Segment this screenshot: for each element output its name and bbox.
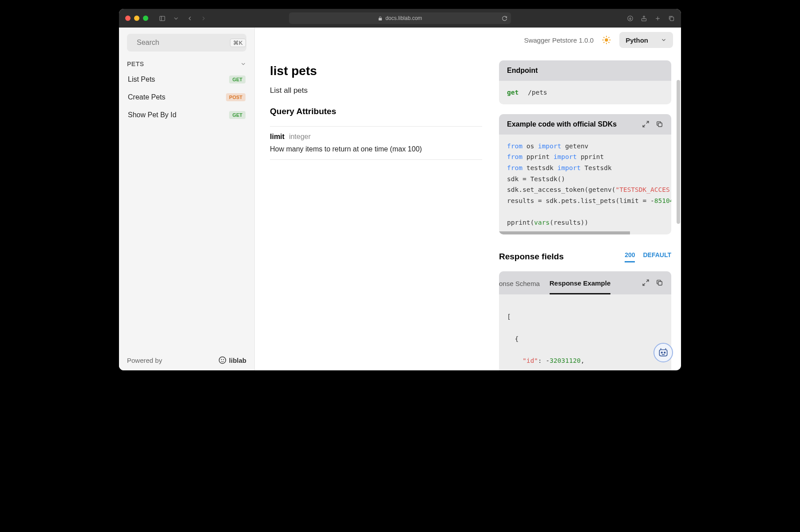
response-fields-heading: Response fields xyxy=(499,252,564,262)
sun-icon xyxy=(602,35,611,45)
copy-icon[interactable] xyxy=(656,279,663,286)
language-label: Python xyxy=(626,36,648,44)
svg-rect-0 xyxy=(160,16,165,20)
svg-point-30 xyxy=(664,352,665,353)
chat-bot-icon xyxy=(657,347,669,358)
search-shortcut: ⌘K xyxy=(230,39,246,47)
attribute-limit: limit integer How many items to return a… xyxy=(270,126,482,160)
new-tab-icon[interactable] xyxy=(654,15,661,22)
svg-line-20 xyxy=(604,42,605,43)
svg-line-22 xyxy=(646,121,649,123)
sidebar-item-label: List Pets xyxy=(128,75,155,83)
expand-icon[interactable] xyxy=(642,120,650,128)
attr-name: limit xyxy=(270,133,285,141)
expand-icon[interactable] xyxy=(642,279,650,286)
example-code-panel: Example code with official SDKs from os … xyxy=(499,114,671,234)
theme-toggle-button[interactable] xyxy=(602,35,611,45)
svg-line-18 xyxy=(604,37,605,38)
close-window-button[interactable] xyxy=(125,16,131,21)
chevron-down-icon xyxy=(240,61,246,67)
endpoint-label: Endpoint xyxy=(507,67,538,75)
reload-icon[interactable] xyxy=(502,16,507,21)
sidebar: ⌘K PETS List Pets GET Create Pets POST S… xyxy=(119,28,255,370)
response-panel: onse Schema Response Example [ { "id": -… xyxy=(499,271,671,370)
search-box[interactable]: ⌘K xyxy=(127,34,246,52)
chevron-down-icon xyxy=(661,37,667,43)
response-json: [ { "id": -32031120, "name": "esse amet … xyxy=(499,294,671,370)
svg-line-19 xyxy=(609,42,610,43)
topbar: Swagger Petstore 1.0.0 Python xyxy=(255,28,681,52)
attr-description: How many items to return at one time (ma… xyxy=(270,145,482,153)
chat-fab[interactable] xyxy=(653,343,673,362)
scrollbar[interactable] xyxy=(677,80,680,224)
svg-point-13 xyxy=(605,38,608,41)
back-icon[interactable] xyxy=(186,15,193,22)
svg-line-21 xyxy=(609,37,610,38)
sidebar-item-list-pets[interactable]: List Pets GET xyxy=(127,72,246,87)
svg-line-26 xyxy=(643,283,645,286)
sidebar-item-create-pets[interactable]: Create Pets POST xyxy=(127,90,246,105)
lock-icon xyxy=(378,16,383,21)
window-controls xyxy=(125,16,148,21)
sidebar-item-show-pet-by-id[interactable]: Show Pet By Id GET xyxy=(127,107,246,123)
language-select[interactable]: Python xyxy=(619,32,673,48)
tabs-icon[interactable] xyxy=(668,15,675,22)
sidebar-item-label: Show Pet By Id xyxy=(128,111,176,119)
liblab-icon xyxy=(218,356,226,364)
svg-rect-24 xyxy=(658,123,662,127)
page-description: List all pets xyxy=(270,86,482,95)
svg-line-25 xyxy=(646,280,649,282)
section-label: PETS xyxy=(127,60,144,67)
page-title: list pets xyxy=(270,64,482,78)
response-tab-200[interactable]: 200 xyxy=(625,251,635,262)
method-badge: GET xyxy=(229,75,246,83)
svg-point-11 xyxy=(221,359,222,360)
http-method: get xyxy=(507,89,519,96)
download-icon[interactable] xyxy=(627,15,634,22)
browser-titlebar: docs.liblab.com xyxy=(119,9,681,28)
svg-line-23 xyxy=(643,125,645,127)
svg-point-10 xyxy=(219,357,226,364)
attr-type: integer xyxy=(289,133,311,141)
endpoint-path: /pets xyxy=(528,89,547,96)
svg-point-29 xyxy=(661,352,662,353)
endpoint-panel: Endpoint get /pets xyxy=(499,60,671,104)
tab-response-schema[interactable]: onse Schema xyxy=(499,278,540,287)
forward-icon[interactable] xyxy=(200,15,207,22)
liblab-logo[interactable]: liblab xyxy=(218,356,246,364)
chevron-down-icon[interactable] xyxy=(173,15,179,22)
copy-icon[interactable] xyxy=(656,120,663,128)
minimize-window-button[interactable] xyxy=(134,16,139,21)
search-input[interactable] xyxy=(137,39,226,47)
url-text: docs.liblab.com xyxy=(385,15,422,21)
sidebar-item-label: Create Pets xyxy=(128,93,165,101)
tab-response-example[interactable]: Response Example xyxy=(550,271,611,294)
share-icon[interactable] xyxy=(641,15,647,22)
method-badge: POST xyxy=(226,93,246,101)
svg-rect-7 xyxy=(670,17,673,20)
svg-rect-27 xyxy=(658,282,662,286)
url-bar[interactable]: docs.liblab.com xyxy=(289,12,511,24)
horizontal-scrollbar[interactable] xyxy=(499,231,630,234)
method-badge: GET xyxy=(229,111,246,119)
query-attributes-heading: Query Attributes xyxy=(270,107,482,116)
example-code-label: Example code with official SDKs xyxy=(507,120,617,128)
code-block: from os import getenv from pprint import… xyxy=(499,135,671,234)
endpoint-panel-header: Endpoint xyxy=(499,60,671,81)
svg-rect-28 xyxy=(659,350,667,356)
powered-by-label: Powered by xyxy=(127,357,162,364)
sidebar-section-pets[interactable]: PETS xyxy=(127,60,246,67)
svg-point-12 xyxy=(223,359,224,360)
response-tab-default[interactable]: DEFAULT xyxy=(643,251,671,262)
maximize-window-button[interactable] xyxy=(143,16,148,21)
api-title: Swagger Petstore 1.0.0 xyxy=(524,36,594,44)
sidebar-toggle-icon[interactable] xyxy=(159,15,166,22)
